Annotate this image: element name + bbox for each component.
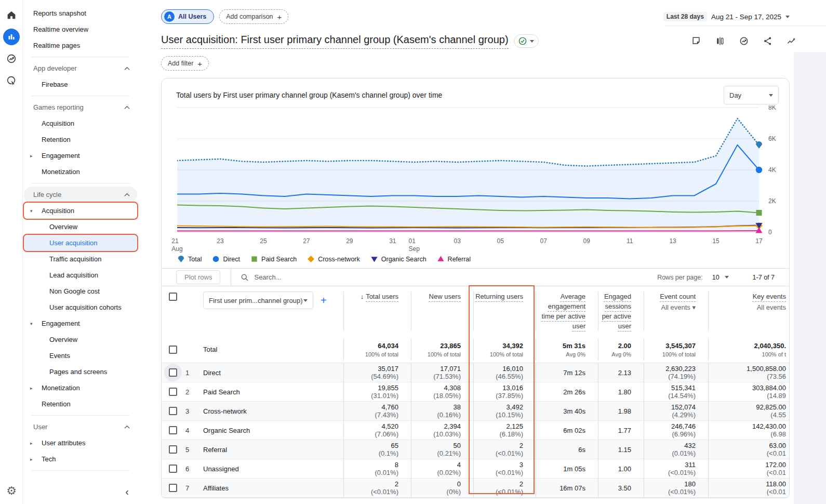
rows-per-page-value[interactable]: 10 — [712, 274, 720, 281]
metric-cell: 2,394 (10.03%) — [411, 421, 473, 440]
sidebar-item-traffic-acquisition[interactable]: Traffic acquisition — [24, 251, 137, 267]
home-icon[interactable] — [0, 4, 23, 26]
legend-item-paid-search[interactable]: Paid Search — [250, 255, 297, 263]
sidebar-item-lead-acquisition[interactable]: Lead acquisition — [24, 267, 137, 283]
row-checkbox[interactable] — [169, 445, 177, 454]
sidebar-item-label: Acquisition — [42, 207, 74, 215]
channel-name: Direct — [203, 369, 343, 377]
segment-chip-all-users[interactable]: A All Users — [161, 9, 214, 24]
sidebar-item-overview[interactable]: Overview — [24, 219, 137, 235]
sidebar-section-app-developer[interactable]: App developer — [24, 60, 137, 76]
expand-arrow-right-icon[interactable]: ▸ — [30, 386, 42, 391]
expand-arrow-right-icon[interactable]: ▸ — [30, 441, 42, 446]
sidebar-item-retention[interactable]: Retention — [24, 131, 137, 148]
metric-cell: 246,746 (6.96%) — [644, 421, 708, 440]
notes-icon[interactable] — [691, 36, 701, 46]
row-checkbox[interactable] — [169, 484, 177, 492]
add-comparison-label: Add comparison — [226, 13, 273, 20]
add-dimension-button[interactable]: + — [321, 295, 327, 306]
column-subfilter[interactable]: All events — [709, 303, 786, 311]
granularity-select[interactable]: Day — [724, 86, 779, 104]
row-checkbox[interactable] — [169, 388, 177, 396]
sidebar-item-label: Pages and screens — [49, 368, 107, 376]
metric-cell: 152,074 (4.29%) — [644, 402, 708, 420]
check-circle-icon — [518, 37, 527, 45]
sidebar-item-pages-and-screens[interactable]: Pages and screens — [24, 364, 137, 380]
sidebar-item-tech[interactable]: ▸Tech — [24, 451, 137, 467]
chevron-down-icon[interactable] — [725, 276, 729, 278]
column-subfilter[interactable]: All events ▾ — [644, 303, 696, 311]
plot-rows-button[interactable]: Plot rows — [176, 270, 220, 284]
sidebar-section-life-cycle[interactable]: Life cycle — [24, 187, 137, 203]
sidebar-item-firebase[interactable]: Firebase — [24, 76, 137, 92]
column-header-total-users[interactable]: ↓Total users — [343, 291, 411, 331]
settings-gear-icon[interactable]: ⚙ — [6, 485, 17, 497]
select-all-checkbox[interactable] — [169, 293, 177, 301]
sidebar-item-realtime-overview[interactable]: Realtime overview — [24, 21, 137, 37]
sidebar-item-events[interactable]: Events — [24, 348, 137, 364]
sidebar-item-retention[interactable]: Retention — [24, 396, 137, 412]
explore-icon[interactable] — [0, 48, 23, 70]
advertising-icon[interactable] — [0, 70, 23, 91]
page-title[interactable]: User acquisition: First user primary cha… — [161, 34, 509, 49]
row-checkbox[interactable] — [169, 426, 177, 434]
legend-item-referral[interactable]: Referral — [437, 255, 471, 263]
sparkline-insights-icon[interactable] — [787, 36, 797, 46]
row-checkbox[interactable] — [169, 368, 177, 377]
segment-avatar: A — [164, 11, 175, 22]
sidebar-item-acquisition[interactable]: ▾Acquisition — [24, 203, 137, 219]
expand-arrow-down-icon[interactable]: ▾ — [30, 321, 42, 326]
column-header-returning-users[interactable]: Returning users — [473, 291, 536, 331]
sidebar-section-games-reporting[interactable]: Games reporting — [24, 99, 137, 115]
column-header-event-count[interactable]: Event countAll events ▾ — [644, 291, 708, 331]
collapse-sidebar-icon[interactable]: ‹ — [125, 486, 129, 497]
legend-item-direct[interactable]: Direct — [212, 255, 240, 263]
sidebar-item-realtime-pages[interactable]: Realtime pages — [24, 37, 137, 54]
reports-icon[interactable] — [0, 26, 23, 48]
dimension-select[interactable]: First user prim...channel group) — [203, 291, 313, 309]
sidebar-item-user-acquisition-cohorts[interactable]: User acquisition cohorts — [24, 299, 137, 315]
insights-icon[interactable] — [739, 36, 749, 46]
sidebar-item-engagement[interactable]: ▾Engagement — [24, 315, 137, 331]
sidebar-item-acquisition[interactable]: Acquisition — [24, 115, 137, 131]
add-filter-button[interactable]: Add filter + — [161, 56, 209, 71]
row-checkbox[interactable] — [169, 407, 177, 415]
sidebar-item-overview[interactable]: Overview — [24, 331, 137, 348]
legend-marker-icon — [307, 255, 315, 263]
sidebar-item-monetization[interactable]: ▸Monetization — [24, 380, 137, 396]
metric-cell: 515,341 (14.54%) — [644, 382, 708, 401]
date-range-picker[interactable]: Last 28 days Aug 21 - Sep 17, 2025 — [663, 12, 790, 21]
column-header-engaged-sessions-per-active-user[interactable]: Engaged sessions per active user — [598, 291, 644, 331]
share-icon[interactable] — [763, 36, 773, 46]
metric-cell: 1.98 — [598, 402, 644, 420]
expand-arrow-down-icon[interactable]: ▾ — [30, 208, 42, 214]
sidebar-section-user[interactable]: User — [24, 419, 137, 435]
expand-arrow-right-icon[interactable]: ▸ — [30, 457, 42, 462]
column-header-key-events[interactable]: Key eventsAll events — [708, 291, 789, 331]
sidebar-item-reports-snapshot[interactable]: Reports snapshot — [24, 5, 137, 21]
total-row-checkbox[interactable] — [169, 346, 177, 354]
row-checkbox[interactable] — [169, 465, 177, 473]
sidebar-item-monetization[interactable]: Monetization — [24, 164, 137, 180]
metric-cell: 0 (0%) — [411, 479, 473, 497]
add-comparison-button[interactable]: Add comparison + — [219, 9, 288, 24]
total-cell: 34,392100% of total — [473, 338, 536, 361]
sidebar-item-non-google-cost[interactable]: Non Google cost — [24, 283, 137, 299]
legend-item-total[interactable]: Total — [177, 255, 202, 263]
compare-reports-icon[interactable] — [715, 36, 725, 46]
row-number: 1 — [185, 369, 203, 377]
metric-cell: 3m 40s — [536, 402, 598, 420]
column-header-new-users[interactable]: New users — [411, 291, 473, 331]
legend-item-organic-search[interactable]: Organic Search — [370, 255, 427, 263]
column-header-average-engagement-time-per-active-user[interactable]: Average engagement time per active user — [536, 291, 598, 331]
x-axis-tick: 07 — [540, 237, 547, 245]
sidebar-item-user-attributes[interactable]: ▸User attributes — [24, 435, 137, 451]
metric-cell: 92,825.00 (4.55 — [708, 402, 789, 420]
data-quality-pill[interactable] — [514, 34, 539, 48]
legend-item-cross-network[interactable]: Cross-network — [307, 255, 360, 263]
expand-arrow-right-icon[interactable]: ▸ — [30, 153, 42, 158]
sidebar-item-user-acquisition[interactable]: User acquisition — [24, 235, 137, 251]
granularity-value: Day — [729, 91, 741, 99]
sidebar-item-engagement[interactable]: ▸Engagement — [24, 148, 137, 164]
table-search-input[interactable] — [254, 273, 410, 281]
